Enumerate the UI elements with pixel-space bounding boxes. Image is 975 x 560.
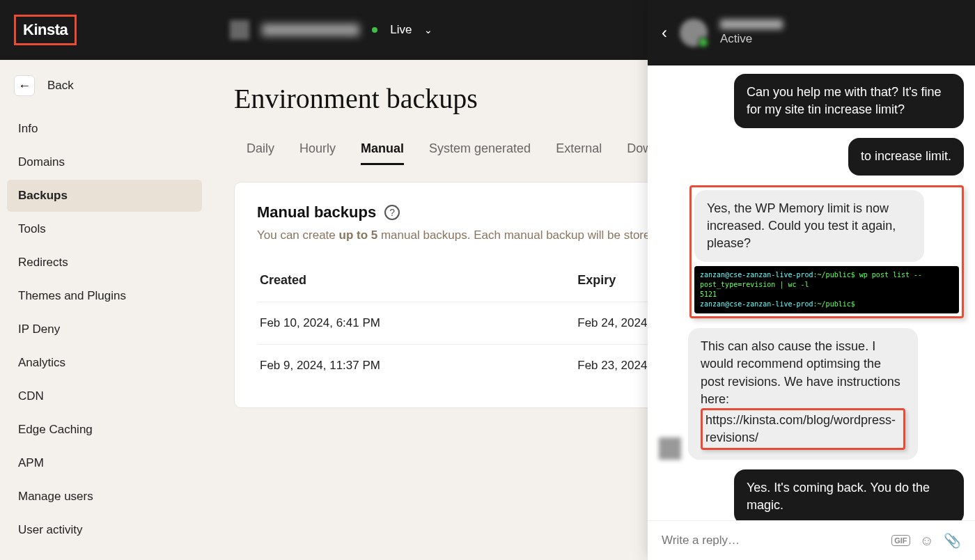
card-title: Manual backups bbox=[257, 203, 376, 221]
sidebar-item-redirects[interactable]: Redirects bbox=[7, 247, 202, 279]
chat-panel: ‹ Active Can you help me with that? It's… bbox=[648, 0, 975, 560]
chat-msg-in: Yes, the WP Memory limit is now increase… bbox=[694, 190, 924, 263]
chat-msg-out: Can you help me with that? It's fine for… bbox=[734, 74, 964, 128]
sidebar-item-user-activity[interactable]: User activity bbox=[7, 514, 202, 546]
emoji-icon[interactable]: ☺ bbox=[920, 533, 934, 549]
sidebar-item-manage-users[interactable]: Manage users bbox=[7, 481, 202, 513]
agent-avatar[interactable] bbox=[680, 19, 708, 47]
sidebar-item-domains[interactable]: Domains bbox=[7, 146, 202, 178]
chat-msg-out: Yes. It's coming back. You do the magic. bbox=[734, 469, 964, 520]
col-created: Created bbox=[260, 273, 577, 288]
sidebar-nav: Info Domains Backups Tools Redirects The… bbox=[7, 113, 202, 546]
gif-icon[interactable]: GIF bbox=[891, 535, 910, 546]
sidebar-item-info[interactable]: Info bbox=[7, 113, 202, 145]
chevron-down-icon[interactable]: ⌄ bbox=[424, 24, 432, 36]
tab-external[interactable]: External bbox=[556, 134, 602, 165]
sidebar-item-cdn[interactable]: CDN bbox=[7, 380, 202, 412]
help-icon[interactable]: ? bbox=[384, 205, 400, 220]
cell-created: Feb 9, 2024, 11:37 PM bbox=[260, 359, 577, 373]
chat-input-row: GIF ☺ 📎 bbox=[648, 520, 975, 560]
tab-system-generated[interactable]: System generated bbox=[429, 134, 531, 165]
highlighted-response: Yes, the WP Memory limit is now increase… bbox=[689, 185, 964, 319]
chat-msg-out: to increase limit. bbox=[848, 138, 964, 175]
back-label: Back bbox=[47, 79, 74, 93]
sidebar: ← Back Info Domains Backups Tools Redire… bbox=[0, 60, 209, 560]
chat-msg-in: This can also cause the issue. I would r… bbox=[688, 328, 918, 460]
revisions-link[interactable]: https://kinsta.com/blog/wordpress-revisi… bbox=[705, 413, 896, 444]
sidebar-item-edge-caching[interactable]: Edge Caching bbox=[7, 414, 202, 446]
sidebar-item-tools[interactable]: Tools bbox=[7, 213, 202, 245]
site-name-redacted bbox=[262, 24, 359, 36]
chat-back-icon[interactable]: ‹ bbox=[662, 23, 667, 42]
sidebar-item-analytics[interactable]: Analytics bbox=[7, 347, 202, 379]
chat-header: ‹ Active bbox=[648, 0, 975, 65]
sidebar-item-apm[interactable]: APM bbox=[7, 447, 202, 479]
agent-status: Active bbox=[720, 32, 783, 46]
back-button[interactable]: ← bbox=[14, 75, 35, 96]
agent-avatar-small bbox=[659, 437, 681, 460]
tab-manual[interactable]: Manual bbox=[361, 134, 404, 165]
logo-text: Kinsta bbox=[23, 21, 68, 38]
attachment-icon[interactable]: 📎 bbox=[944, 532, 961, 549]
agent-name-redacted bbox=[720, 20, 783, 29]
tab-hourly[interactable]: Hourly bbox=[299, 134, 336, 165]
env-label: Live bbox=[390, 23, 412, 37]
terminal-snippet: zanzan@cse-zanzan-live-prod:~/public$ wp… bbox=[694, 266, 959, 313]
sidebar-item-themes-plugins[interactable]: Themes and Plugins bbox=[7, 280, 202, 312]
sidebar-item-backups[interactable]: Backups bbox=[7, 180, 202, 212]
site-icon bbox=[230, 20, 249, 40]
site-info: Live ⌄ bbox=[230, 20, 432, 40]
link-highlight-box: https://kinsta.com/blog/wordpress-revisi… bbox=[701, 408, 905, 450]
tab-daily[interactable]: Daily bbox=[247, 134, 274, 165]
env-status-dot bbox=[372, 27, 377, 33]
cell-created: Feb 10, 2024, 6:41 PM bbox=[260, 316, 577, 330]
chat-body[interactable]: Can you help me with that? It's fine for… bbox=[648, 65, 975, 520]
chat-reply-input[interactable] bbox=[662, 534, 882, 547]
logo[interactable]: Kinsta bbox=[14, 15, 77, 45]
sidebar-item-ipdeny[interactable]: IP Deny bbox=[7, 313, 202, 345]
